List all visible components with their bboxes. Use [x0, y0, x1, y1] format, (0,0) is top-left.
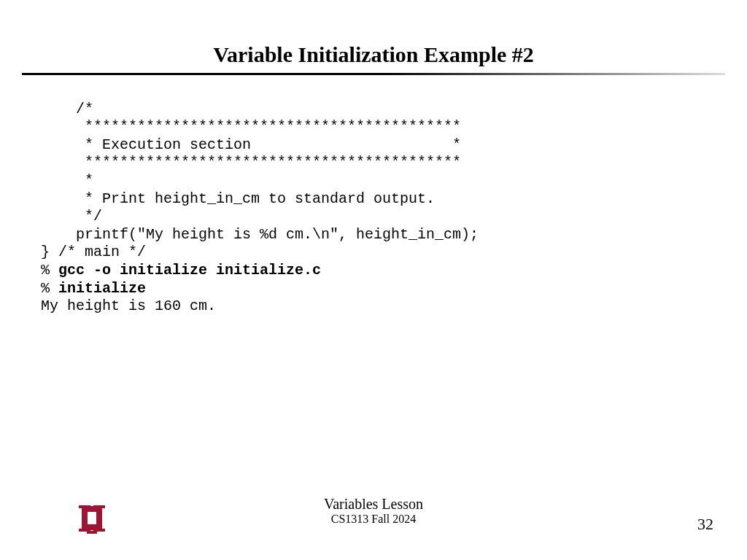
code-output: My height is 160 cm. — [41, 298, 216, 314]
code-line: /* — [41, 101, 93, 117]
slide-title: Variable Initialization Example #2 — [0, 0, 747, 73]
code-line: */ — [41, 208, 102, 225]
footer-center: Variables Lesson CS1313 Fall 2024 — [0, 496, 747, 526]
title-underline — [22, 73, 725, 75]
svg-rect-8 — [87, 531, 97, 534]
code-line: * Execution section * — [41, 136, 461, 153]
slide: Variable Initialization Example #2 /* **… — [0, 0, 747, 560]
code-line: } /* main */ — [41, 244, 146, 260]
code-line: printf("My height is %d cm.\n", height_i… — [41, 226, 479, 243]
footer: Variables Lesson CS1313 Fall 2024 32 — [0, 496, 747, 540]
code-line: ****************************************… — [41, 118, 461, 135]
footer-subtitle: CS1313 Fall 2024 — [0, 513, 747, 526]
code-prompt: % — [41, 262, 58, 279]
footer-title: Variables Lesson — [0, 496, 747, 513]
code-block: /* *************************************… — [41, 82, 747, 316]
code-command: initialize — [58, 280, 146, 297]
code-line: * Print height_in_cm to standard output. — [41, 190, 435, 207]
code-line: * — [41, 172, 93, 189]
code-line: ****************************************… — [41, 154, 461, 171]
page-number: 32 — [697, 515, 713, 534]
code-prompt: % — [41, 280, 58, 297]
code-command: gcc -o initialize initialize.c — [58, 262, 321, 279]
